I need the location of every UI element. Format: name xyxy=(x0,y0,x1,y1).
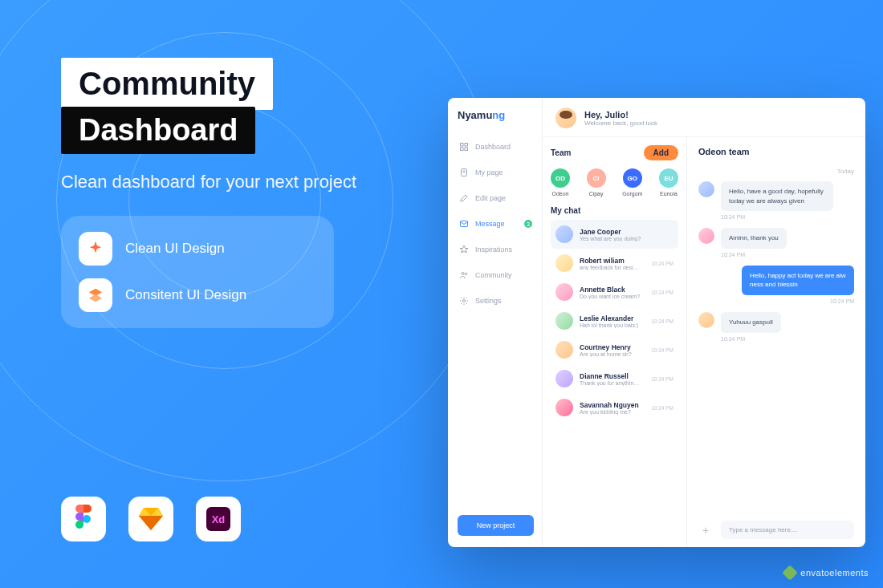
user-avatar[interactable] xyxy=(555,107,576,128)
new-project-button[interactable]: New project xyxy=(458,515,534,536)
nav-label: My page xyxy=(475,168,503,176)
figma-icon xyxy=(61,497,106,541)
nav-label: Inspirations xyxy=(475,245,512,253)
svg-point-10 xyxy=(465,273,467,275)
member-name: Eunoia xyxy=(660,191,678,197)
chat-avatar xyxy=(555,254,573,272)
svg-point-9 xyxy=(462,273,464,275)
mychat-label: My chat xyxy=(551,206,678,215)
chat-name: Dianne Russell xyxy=(580,372,641,380)
chat-item[interactable]: Savannah NguyenAre you kidding me?10:24 … xyxy=(551,393,678,422)
team-member[interactable]: EUEunoia xyxy=(659,168,678,197)
feature-row: Consitent UI Design xyxy=(79,278,316,312)
team-grid: ODOdeonCICipayGOGorgomEUEunoia xyxy=(551,168,678,197)
team-member[interactable]: CICipay xyxy=(587,168,606,197)
conversation-date: Today xyxy=(698,168,854,175)
sidebar: Nyamung DashboardMy pageEdit pageMessage… xyxy=(448,98,543,547)
nav-item-dashboard[interactable]: Dashboard xyxy=(458,137,534,156)
chat-name: Courtney Henry xyxy=(580,343,641,351)
add-button[interactable]: Add xyxy=(644,145,678,160)
promo-tagline: Clean dashboard for your next project xyxy=(61,168,390,195)
chat-item[interactable]: Annette BlackDo you want ice cream?10:24… xyxy=(551,278,678,306)
svg-rect-3 xyxy=(461,144,464,147)
app-header: Hey, Julio! Welcome back, good luck xyxy=(543,98,865,137)
svg-rect-6 xyxy=(465,148,468,151)
chat-item[interactable]: Dianne RussellThank you for anything :(1… xyxy=(551,364,678,393)
leaf-icon xyxy=(782,565,798,581)
message-row: Hello, have a good day, hopefully today … xyxy=(698,181,854,211)
message-bubble: Aminn, thank you xyxy=(721,228,787,249)
member-avatar: GO xyxy=(623,168,642,188)
nav-label: Edit page xyxy=(475,194,506,202)
promo-title: Community xyxy=(61,58,273,110)
member-avatar: CI xyxy=(587,168,606,188)
tool-icons-row: Xd xyxy=(61,497,241,541)
gear-icon xyxy=(459,296,469,306)
attach-button[interactable]: + xyxy=(698,523,713,537)
nav-item-edit-page[interactable]: Edit page xyxy=(458,189,534,208)
feature-label: Consitent UI Design xyxy=(125,287,246,303)
columns: Team Add ODOdeonCICipayGOGorgomEUEunoia … xyxy=(543,137,865,547)
chat-preview: Do you want ice cream? xyxy=(580,294,641,299)
message-row: Aminn, thank you xyxy=(698,228,854,249)
nav-item-my-page[interactable]: My page xyxy=(458,163,534,182)
team-member[interactable]: ODOdeon xyxy=(551,168,570,197)
nav-item-settings[interactable]: Settings xyxy=(458,291,534,310)
layers-icon xyxy=(79,278,112,312)
team-title: Team xyxy=(551,148,571,157)
nav-item-message[interactable]: Message3 xyxy=(458,214,534,233)
header-greeting: Hey, Julio! xyxy=(584,110,657,120)
member-name: Odeon xyxy=(551,191,568,197)
message-time: 10:24 PM xyxy=(721,252,854,258)
svg-text:Xd: Xd xyxy=(212,513,226,525)
people-icon xyxy=(459,270,469,280)
header-sub: Welcome back, good luck xyxy=(584,120,657,127)
nav-item-inspirations[interactable]: Inspirations xyxy=(458,240,534,259)
chat-time: 10:24 PM xyxy=(651,405,673,411)
chat-avatar xyxy=(555,341,573,359)
nav-label: Community xyxy=(475,271,512,279)
chat-avatar xyxy=(555,312,573,330)
app-window: Nyamung DashboardMy pageEdit pageMessage… xyxy=(448,98,865,547)
feature-label: Clean UI Design xyxy=(125,241,225,257)
nav-label: Message xyxy=(475,220,505,228)
nav-list: DashboardMy pageEdit pageMessage3Inspira… xyxy=(458,137,534,310)
chat-preview: Yes what are you doing? xyxy=(580,236,673,241)
chat-item[interactable]: Courtney HenryAre you at home sir?10:24 … xyxy=(551,335,678,364)
mail-icon xyxy=(459,219,469,229)
message-avatar xyxy=(698,312,714,328)
chat-preview: Are you kidding me? xyxy=(580,409,641,415)
chat-time: 10:24 PM xyxy=(651,261,673,266)
team-member[interactable]: GOGorgom xyxy=(622,168,642,197)
watermark: envatoelements xyxy=(784,567,869,578)
svg-point-11 xyxy=(463,300,466,302)
chat-item[interactable]: Jane CooperYes what are you doing? xyxy=(551,220,678,249)
message-bubble: Yuhuuu gaspoll xyxy=(721,312,781,333)
chat-time: 10:24 PM xyxy=(651,376,673,382)
nav-item-community[interactable]: Community xyxy=(458,266,534,285)
feature-row: Clean UI Design xyxy=(79,232,316,266)
conversation-column: Odeon team Today Hello, have a good day,… xyxy=(687,137,865,547)
message-input[interactable]: Type a message here.... xyxy=(721,521,854,539)
message-bubble: Hello, happy act today we are alw ness a… xyxy=(742,266,854,295)
page-icon xyxy=(459,168,469,177)
chat-list: Jane CooperYes what are you doing?Robert… xyxy=(551,220,678,422)
composer: + Type a message here.... xyxy=(698,521,854,539)
chat-item[interactable]: Robert wiliamany feedback for design?10:… xyxy=(551,249,678,278)
chat-name: Leslie Alexander xyxy=(580,314,641,322)
main-area: Hey, Julio! Welcome back, good luck Team… xyxy=(543,98,865,547)
chat-name: Savannah Nguyen xyxy=(580,401,641,409)
message-row: Yuhuuu gaspoll xyxy=(698,312,854,333)
svg-point-0 xyxy=(83,515,91,523)
brand-logo: Nyamung xyxy=(458,109,534,121)
member-name: Cipay xyxy=(589,191,604,197)
feature-card: Clean UI Design Consitent UI Design xyxy=(61,216,334,328)
member-name: Gorgom xyxy=(622,191,642,197)
chat-name: Annette Black xyxy=(580,286,641,294)
chat-avatar xyxy=(555,283,573,301)
chat-item[interactable]: Leslie AlexanderHah lol thank you bals:)… xyxy=(551,306,678,335)
message-bubble: Hello, have a good day, hopefully today … xyxy=(721,181,833,211)
chat-name: Jane Cooper xyxy=(580,228,673,236)
nav-badge: 3 xyxy=(524,220,532,228)
message-time: 10:24 PM xyxy=(721,336,854,342)
